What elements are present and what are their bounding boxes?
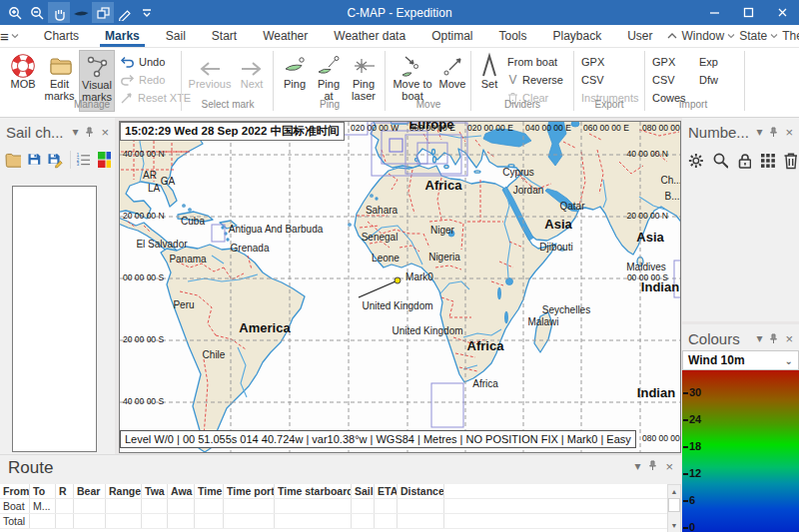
scroll-thumb[interactable] [668,498,680,512]
sail-chart-panel: Sail ch... ▾ × 123 [0,118,115,454]
pin-icon[interactable] [769,333,778,344]
tab-weather[interactable]: Weather [250,26,321,47]
import-dfw-button[interactable]: Dfw [699,72,718,88]
panel-menu-icon[interactable]: ▾ [72,126,78,138]
maximize-button[interactable] [731,0,765,25]
tab-playback[interactable]: Playback [539,26,614,47]
table-cell [398,499,444,513]
route-table-scrollbar[interactable]: ▲ ▼ [667,484,681,532]
tab-user[interactable]: User [614,26,665,47]
tab-sail[interactable]: Sail [153,26,199,47]
numbered-list-icon[interactable]: 123 [76,150,91,169]
route-row[interactable]: BoatM... [0,499,667,514]
tab-tools[interactable]: Tools [485,26,539,47]
window-menu[interactable]: Window [682,29,736,43]
import-gpx-button[interactable]: GPX [652,54,675,70]
lock-icon[interactable] [736,152,752,170]
boat-icon[interactable] [70,2,92,23]
colour-grid-icon[interactable] [97,151,111,169]
settings-gear-icon[interactable] [688,152,704,170]
grid-dots-icon[interactable] [759,152,775,170]
scroll-up-icon[interactable]: ▲ [668,485,680,498]
group-label-export: Export [595,99,624,110]
mark0-dot[interactable] [395,277,401,284]
map-label: America [239,320,290,335]
pin-icon[interactable] [769,127,778,138]
panel-menu-icon[interactable]: ▾ [756,126,762,138]
dividers-reverse-button[interactable]: VReverse [507,72,563,88]
map-label: United Kingdom [392,325,462,336]
move-button[interactable]: Move [436,50,468,112]
tab-charts[interactable]: Charts [31,26,92,47]
trash-icon[interactable] [783,152,797,170]
close-panel-icon[interactable]: × [785,332,793,345]
pan-hand-icon[interactable] [48,2,70,23]
colour-source-select[interactable]: Wind 10m⌄ [682,350,799,370]
collapse-ribbon-icon[interactable] [666,31,678,41]
ribbon-tab-bar: ≡ ChartsMarksSailStartWeatherWeather dat… [0,25,799,48]
save-edit-icon[interactable] [47,150,63,169]
gradient-tick-label: 18 [689,440,701,452]
ping-button[interactable]: Ping [279,50,311,112]
quick-access-toolbar [0,0,158,25]
dividers-from-boat-button[interactable]: From boat [507,54,557,70]
tab-weather-data[interactable]: Weather data [321,26,418,47]
undo-button[interactable]: Undo [120,54,165,70]
scroll-down-icon[interactable]: ▼ [668,519,680,532]
map-label: Senegal [362,232,399,243]
edit-marks-button[interactable]: Edit marks [42,50,77,112]
close-panel-icon[interactable]: × [785,126,793,139]
pin-icon[interactable] [648,460,657,471]
table-cell [224,514,275,528]
panel-menu-icon[interactable]: ▾ [756,332,762,344]
close-panel-icon[interactable]: × [665,460,673,473]
export-gpx-button[interactable]: GPX [581,54,604,70]
group-label-dividers: Dividers [504,99,540,110]
close-button[interactable] [765,0,799,25]
save-icon[interactable] [27,150,42,169]
pen-icon[interactable] [114,2,136,23]
tab-marks[interactable]: Marks [92,26,153,47]
svg-text:3: 3 [77,162,80,167]
qat-more-icon[interactable] [136,2,158,23]
pin-icon[interactable] [85,127,94,138]
dividers-set-button[interactable]: Set [474,50,504,112]
redo-button[interactable]: Redo [120,72,165,88]
table-cell [142,514,168,528]
graticule-label: 20 00 00 S [123,334,164,344]
zoom-out-icon[interactable] [26,2,48,23]
ping-laser-button[interactable]: Ping laser [347,50,381,112]
tab-start[interactable]: Start [199,26,250,47]
panel-menu-icon[interactable]: ▾ [634,460,640,473]
chart-map[interactable]: ARLAGACubaAntigua And BarbudaEl Salvador… [119,121,681,453]
route-row[interactable]: Total [0,514,667,529]
graticule-label: 20 00 00 N [123,211,165,221]
mob-button[interactable]: MOB [6,50,40,112]
sail-chart-list[interactable] [12,186,97,452]
windows-icon[interactable] [92,2,114,23]
map-label: Asia [544,217,571,232]
map-label: LA [148,183,160,194]
route-panel-title: Route [8,458,53,478]
map-label: Leone [372,253,400,264]
table-cell [195,514,224,528]
map-label: Africa [467,338,504,353]
group-label-ping: Ping [320,99,340,110]
table-cell [352,499,375,513]
minimize-button[interactable] [697,0,731,25]
tab-optimal[interactable]: Optimal [418,26,485,47]
zoom-in-icon[interactable] [4,2,26,23]
gradient-tick-label: 30 [689,386,701,398]
group-label-import: Import [679,99,707,110]
export-csv-button[interactable]: CSV [581,72,604,88]
import-csv-button[interactable]: CSV [652,72,675,88]
import-exp-button[interactable]: Exp [699,54,718,70]
chevron-down-icon: ⌄ [785,355,793,366]
search-icon[interactable] [712,152,728,170]
close-panel-icon[interactable]: × [101,126,109,139]
theme-menu[interactable]: Theme [782,29,799,43]
state-menu[interactable]: State [739,29,778,43]
app-menu-button[interactable]: ≡ [0,28,19,45]
open-folder-icon[interactable] [5,151,21,169]
column-header: Bear [74,484,106,498]
